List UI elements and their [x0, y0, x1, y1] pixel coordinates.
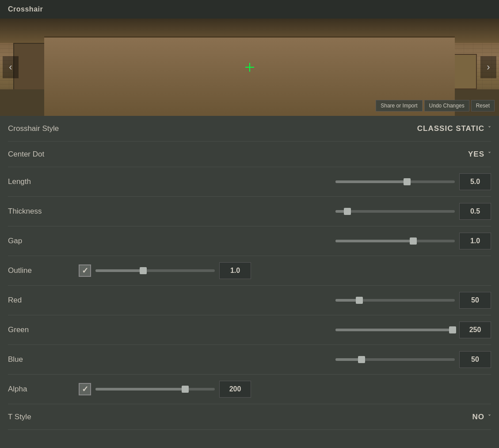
outline-slider-thumb[interactable] — [140, 267, 147, 274]
green-row: Green 250 — [8, 315, 491, 345]
green-slider-fill — [335, 329, 453, 331]
settings-panel: Crosshair Style CLASSIC STATIC ˅ Center … — [0, 116, 499, 430]
red-slider[interactable] — [335, 299, 455, 302]
share-import-button[interactable]: Share or Import — [376, 100, 422, 111]
thickness-slider[interactable] — [335, 210, 455, 213]
green-slider-thumb[interactable] — [449, 326, 456, 333]
blue-row: Blue 50 — [8, 345, 491, 375]
t-style-arrow-icon: ˅ — [488, 414, 491, 421]
center-dot-row: Center Dot YES ˅ — [8, 142, 491, 167]
red-label: Red — [8, 296, 79, 305]
length-control: 5.0 — [335, 173, 491, 190]
t-style-row: T Style NO ˅ — [8, 404, 491, 430]
thickness-row: Thickness 0.5 — [8, 197, 491, 226]
alpha-slider-fill — [95, 388, 185, 391]
blue-control: 50 — [335, 351, 491, 368]
gap-control: 1.0 — [335, 233, 491, 249]
red-row: Red 50 — [8, 286, 491, 315]
crosshair-preview: ‹ › Share or Import Undo Changes Reset — [0, 19, 499, 116]
alpha-slider[interactable] — [95, 388, 215, 391]
length-label: Length — [8, 177, 79, 186]
t-style-value: NO — [472, 413, 485, 421]
outline-slider-fill — [95, 269, 143, 272]
thickness-value[interactable]: 0.5 — [459, 203, 491, 220]
thickness-label: Thickness — [8, 207, 79, 216]
length-row: Length 5.0 — [8, 167, 491, 197]
crosshair-style-dropdown[interactable]: CLASSIC STATIC ˅ — [417, 124, 491, 133]
red-control: 50 — [335, 292, 491, 309]
blue-label: Blue — [8, 355, 79, 364]
undo-changes-button[interactable]: Undo Changes — [424, 100, 469, 111]
gap-label: Gap — [8, 237, 79, 245]
length-slider-thumb[interactable] — [404, 178, 411, 185]
crosshair-style-value: CLASSIC STATIC — [417, 124, 484, 133]
crosshair-style-control[interactable]: CLASSIC STATIC ˅ — [417, 124, 491, 133]
crosshair-style-label: Crosshair Style — [8, 124, 79, 133]
gap-value[interactable]: 1.0 — [459, 233, 491, 249]
alpha-row: Alpha ✓ 200 — [8, 375, 491, 404]
page-title: Crosshair — [0, 0, 499, 19]
thickness-slider-thumb[interactable] — [344, 208, 351, 215]
red-value[interactable]: 50 — [459, 292, 491, 309]
gap-slider-thumb[interactable] — [410, 237, 417, 245]
t-style-dropdown[interactable]: NO ˅ — [472, 413, 491, 421]
outline-label: Outline — [8, 266, 79, 275]
next-map-button[interactable]: › — [480, 56, 496, 78]
outline-checkbox[interactable]: ✓ — [79, 264, 91, 277]
outline-checkmark-icon: ✓ — [82, 266, 88, 276]
center-dot-label: Center Dot — [8, 150, 79, 159]
center-dot-dropdown[interactable]: YES ˅ — [468, 150, 491, 159]
alpha-value[interactable]: 200 — [219, 381, 251, 398]
center-dot-control[interactable]: YES ˅ — [468, 150, 491, 159]
crosshair-dot — [249, 67, 250, 68]
length-slider-fill — [335, 180, 407, 183]
length-value[interactable]: 5.0 — [459, 173, 491, 190]
preview-action-buttons: Share or Import Undo Changes Reset — [376, 100, 495, 111]
reset-button[interactable]: Reset — [471, 100, 495, 111]
center-dot-value: YES — [468, 150, 484, 159]
crosshair-style-row: Crosshair Style CLASSIC STATIC ˅ — [8, 116, 491, 142]
gap-slider-fill — [335, 240, 413, 242]
prev-map-button[interactable]: ‹ — [3, 56, 19, 78]
t-style-label: T Style — [8, 413, 79, 421]
blue-slider[interactable] — [335, 358, 455, 361]
red-slider-thumb[interactable] — [356, 297, 363, 304]
gap-row: Gap 1.0 — [8, 226, 491, 256]
t-style-control[interactable]: NO ˅ — [472, 413, 491, 421]
length-slider[interactable] — [335, 180, 455, 183]
outline-value[interactable]: 1.0 — [219, 262, 251, 279]
gap-slider[interactable] — [335, 240, 455, 242]
green-label: Green — [8, 325, 79, 334]
alpha-slider-thumb[interactable] — [182, 386, 189, 393]
outline-slider[interactable] — [95, 269, 215, 272]
crosshair-indicator — [245, 63, 254, 72]
green-slider[interactable] — [335, 329, 455, 331]
blue-value[interactable]: 50 — [459, 351, 491, 368]
green-control: 250 — [335, 322, 491, 338]
thickness-control: 0.5 — [335, 203, 491, 220]
green-value[interactable]: 250 — [459, 322, 491, 338]
alpha-control: ✓ 200 — [79, 381, 251, 398]
alpha-label: Alpha — [8, 385, 79, 394]
crosshair-style-arrow-icon: ˅ — [488, 125, 491, 132]
alpha-checkbox[interactable]: ✓ — [79, 383, 91, 395]
blue-slider-thumb[interactable] — [358, 356, 365, 363]
center-dot-arrow-icon: ˅ — [488, 151, 491, 158]
alpha-checkmark-icon: ✓ — [82, 384, 88, 394]
outline-row: Outline ✓ 1.0 — [8, 256, 491, 286]
outline-control: ✓ 1.0 — [79, 262, 251, 279]
